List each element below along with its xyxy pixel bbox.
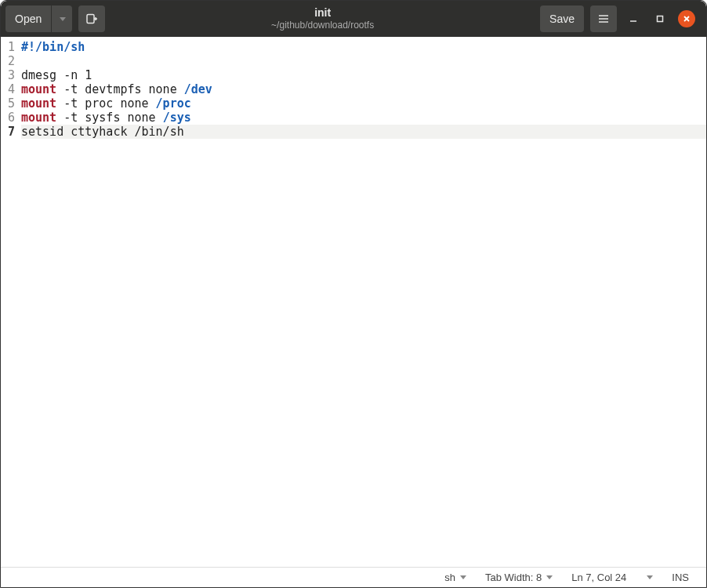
code-token: /proc	[156, 96, 191, 111]
line-number: 2	[4, 54, 15, 68]
code-token: mount	[21, 111, 56, 125]
line-number-gutter: 1234567	[1, 37, 18, 567]
maximize-button[interactable]	[651, 10, 669, 27]
line-number: 4	[4, 82, 15, 96]
statusbar: sh Tab Width: 8 Ln 7, Col 24 INS	[1, 567, 706, 587]
tab-width-label: Tab Width: 8	[485, 572, 542, 583]
line-number: 3	[4, 68, 15, 82]
insert-mode-label: INS	[672, 572, 689, 583]
new-tab-icon	[85, 13, 98, 25]
code-line[interactable]: mount -t devtmpfs none /dev	[21, 82, 706, 96]
code-line[interactable]: mount -t proc none /proc	[21, 96, 706, 111]
language-label: sh	[444, 572, 455, 583]
line-number: 1	[4, 40, 15, 54]
code-token: mount	[21, 96, 56, 111]
document-title: init	[107, 6, 538, 20]
code-content[interactable]: #!/bin/shdmesg -n 1mount -t devtmpfs non…	[18, 37, 706, 567]
line-number: 6	[4, 111, 15, 125]
chevron-down-icon	[460, 575, 466, 579]
tab-width-selector[interactable]: Tab Width: 8	[479, 572, 559, 583]
chevron-down-icon	[546, 575, 553, 579]
maximize-icon	[655, 14, 665, 24]
insert-mode[interactable]: INS	[665, 572, 695, 583]
code-token: setsid cttyhack /bin/sh	[21, 125, 184, 139]
line-number: 7	[4, 125, 15, 139]
close-button[interactable]	[678, 10, 695, 27]
cursor-position[interactable]: Ln 7, Col 24	[565, 572, 633, 583]
close-icon	[682, 14, 691, 24]
open-recent-dropdown[interactable]	[52, 5, 72, 32]
svg-rect-0	[87, 15, 94, 24]
code-line[interactable]: setsid cttyhack /bin/sh	[21, 125, 706, 139]
chevron-down-icon	[60, 17, 66, 21]
language-selector[interactable]: sh	[438, 572, 473, 583]
open-button-group: Open	[5, 5, 72, 32]
code-token: dmesg -n 1	[21, 68, 92, 82]
titlebar: Open init ~/github/download/rootfs Save	[1, 1, 706, 37]
code-line[interactable]: dmesg -n 1	[21, 68, 706, 82]
new-tab-button[interactable]	[78, 5, 105, 32]
editor-area[interactable]: 1234567 #!/bin/shdmesg -n 1mount -t devt…	[1, 37, 706, 567]
window-controls	[625, 10, 695, 27]
code-token: /dev	[184, 82, 212, 96]
cursor-position-label: Ln 7, Col 24	[571, 572, 626, 583]
hamburger-icon	[597, 13, 610, 25]
code-token: #!/bin/sh	[21, 40, 85, 54]
hamburger-menu-button[interactable]	[590, 5, 617, 32]
code-token: /sys	[163, 111, 191, 125]
document-path: ~/github/download/rootfs	[107, 20, 538, 31]
goto-line-dropdown[interactable]	[639, 575, 659, 579]
svg-rect-7	[658, 16, 663, 22]
code-line[interactable]: mount -t sysfs none /sys	[21, 111, 706, 125]
window-title: init ~/github/download/rootfs	[107, 6, 538, 31]
minimize-icon	[629, 14, 638, 24]
code-token: -t devtmpfs none	[56, 82, 184, 96]
code-token: -t sysfs none	[56, 111, 162, 125]
minimize-button[interactable]	[625, 10, 642, 27]
line-number: 5	[4, 96, 15, 111]
save-button[interactable]: Save	[540, 5, 584, 32]
code-token: mount	[21, 82, 56, 96]
open-button[interactable]: Open	[5, 5, 51, 32]
code-line[interactable]: #!/bin/sh	[21, 40, 706, 54]
code-token: -t proc none	[56, 96, 155, 111]
chevron-down-icon	[647, 575, 653, 579]
code-line[interactable]	[21, 54, 706, 68]
